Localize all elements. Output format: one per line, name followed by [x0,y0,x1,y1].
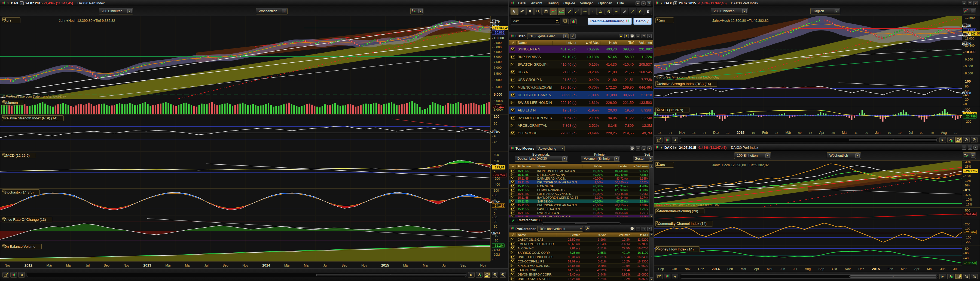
chart-style-button[interactable]: ▼ [963,152,976,159]
timeframe-dropdown[interactable]: Täglich▼ [810,8,840,14]
scroll-right-button[interactable]: ▶ [468,272,475,278]
column-header[interactable]: ▲ Volumen [629,164,649,168]
top-mover-row[interactable]: 15:11:55SAP SE O.N.+0,00%67,07 (c)2.196k [509,200,649,203]
column-header[interactable]: Hoch [600,41,618,45]
scroll-left-button[interactable]: ◀ [18,272,25,278]
instrument-symbol[interactable]: DAX [664,1,672,5]
top-mover-row[interactable]: 15:11:55DEUTSCHE POST AG NA O.N.+0,00%28… [509,203,649,207]
list-selector-dropdown[interactable]: B1_Eigene Aktien▼ [527,33,568,39]
mfi-chart[interactable] [654,246,962,265]
zigzag-tool[interactable] [613,8,620,15]
stochastic-axis[interactable]: 100806048,55234,186200 [490,188,508,216]
column-header[interactable]: Letzter [604,164,629,168]
chevron-down-icon[interactable]: ▼ [742,9,747,13]
row-chart-icon[interactable] [509,238,516,241]
time-scrollbar[interactable]: ≡ [680,138,938,142]
screener-row[interactable]: BARRICK GOLD CORP.7,25 (c)+2,55%42,1M16,… [509,251,649,255]
row-chart-icon[interactable] [509,131,516,135]
column-header[interactable]: Name [536,164,582,168]
menu-item-hilfe[interactable]: Hilfe [614,2,626,5]
close-button[interactable]: × [974,1,978,5]
row-chart-icon[interactable] [509,101,516,104]
screener-row[interactable]: KINDER MORGAN INC.34,85 (c)-0,29%12,9M17… [509,263,649,268]
demo-button[interactable]: Demoƒ [633,18,652,25]
menu-item-ansicht[interactable]: Ansicht [528,2,545,5]
mfi-axis[interactable]: 80604019,950 [962,246,980,265]
row-chart-icon[interactable] [509,55,516,59]
kurs-chart[interactable] [0,16,490,99]
watchlist-row[interactable]: GLENCORE220,05 (c)-3,49%229,25219,5549,7… [509,129,653,137]
kurs-pane[interactable]: 30%25%20,27%15%10%5%0%-5%-10%-15% Kurs J… [654,161,980,208]
instrument-chooser-arrow[interactable]: ▼ [660,2,663,5]
list-settings-button[interactable] [570,34,576,39]
zoom-out-button[interactable] [963,274,970,279]
time-scrollbar-thumb[interactable]: ≡ [849,275,937,278]
pattern-long-tool[interactable] [558,8,565,15]
units-dropdown[interactable]: 100 Einheiten▼ [734,152,771,159]
screener-row[interactable]: CABOT OIL & GAS26,50 (c)-3,99%10,3M11,92… [509,237,649,242]
roc-pane[interactable]: 3020100-3,9231-10-20 Price Rate Of Chang… [0,216,508,243]
row-chart-icon[interactable] [509,200,516,203]
sort-up-button[interactable] [624,34,629,38]
watchlist-row[interactable]: DEUTSCHE BANK A...30,660 (c)-1,00%31,090… [509,91,653,99]
row-chart-icon[interactable] [509,177,516,180]
minimize-button[interactable]: − [636,227,640,231]
row-chart-icon[interactable] [509,196,516,199]
instrument-chooser-arrow[interactable]: ▼ [660,146,663,149]
kurs-pane[interactable]: 12.27911.59111.347,4510.90210.86310.0009… [0,16,508,99]
row-chart-icon[interactable] [509,264,516,267]
watchlist-row[interactable]: ARCELORMITTAL7,863 (c)-2,52%8,1487,80912… [509,122,653,129]
top-mover-row[interactable]: 15:11:55LUFTHANSA AG VNA O.N.+0,00%12,74… [509,192,649,196]
close-button[interactable]: × [647,34,652,38]
chevron-down-icon[interactable]: ▼ [418,9,423,13]
trend-segment-tool[interactable] [629,8,636,15]
info-icon[interactable]: i [20,2,24,5]
vertical-scrollbar[interactable]: ▲ ▼ [649,164,653,219]
screener-row[interactable]: EATON CORP.61,15 (c)-2,92%7.004k18 [509,268,649,272]
new-list-button[interactable] [562,19,568,24]
row-chart-icon[interactable] [509,251,516,254]
column-header[interactable]: Volumen [608,233,632,236]
top-mover-row[interactable]: 15:11:55DT.TELEKOM AG NA+0,00%16,940 (c)… [509,173,649,177]
watchlist-row[interactable]: BNP PARIBAS57,10 (c)+0,18%57,4556,8011.7… [509,53,653,61]
export-chart-button[interactable] [656,274,662,279]
top-movers-header[interactable]: EinführungName% Var.Letzter▲ Volumen [509,164,649,169]
chevron-down-icon[interactable]: ▼ [282,9,286,13]
tools-settings-button[interactable] [621,8,628,15]
export-chart-button[interactable] [2,272,9,278]
row-chart-icon[interactable] [509,192,516,195]
header-settings-wrench-icon[interactable] [509,233,516,236]
horizontal-line-tool[interactable] [581,8,589,15]
exchange-dropdown[interactable]: Deutschland DAX30▼ [515,156,568,161]
units-dropdown[interactable]: 200 Einheiten▼ [711,8,748,14]
zoom-range-button[interactable] [955,137,962,143]
watchlist-row[interactable]: ABB LTD N19,61 (c)-1,95%20,0319,538.928k [509,107,653,114]
instrument-symbol[interactable]: DAX [11,1,18,5]
info-icon[interactable]: i [673,146,677,149]
regression-channel-tool[interactable] [605,8,612,15]
scroll-up-button[interactable]: ▲ [650,233,653,236]
minimize-button[interactable]: − [962,145,966,150]
top-mover-row[interactable]: 15:11:55RWE AG ST O.N.+0,00%19,165 (c)1.… [509,211,649,215]
screener-settings-button[interactable] [585,226,590,232]
row-chart-icon[interactable] [509,259,516,263]
volume-pane[interactable]: 3.000k2.000k1.544k1.000k Volumen [0,99,508,114]
cci-axis[interactable]: 20010021,764-100-200 [962,220,980,246]
chevron-down-icon[interactable]: ▼ [971,9,975,13]
row-chart-icon[interactable] [509,116,516,120]
vertical-scrollbar[interactable]: ▲ ≡ ▼ [649,233,653,281]
chart-style-button[interactable]: ▼ [410,8,423,14]
row-chart-icon[interactable] [509,184,516,188]
column-header[interactable]: ▲ % Var. [578,41,600,45]
column-header[interactable]: % Var. [581,233,608,236]
search-icon[interactable] [555,20,559,24]
volume-chart[interactable] [0,99,490,114]
since-dropdown[interactable]: Gestern▼ [633,156,653,161]
chart-type-button[interactable] [664,274,670,279]
row-chart-icon[interactable] [509,63,516,66]
row-chart-icon[interactable] [509,48,516,51]
info-icon[interactable]: i [673,2,677,5]
row-chart-icon[interactable] [509,93,516,97]
rsi-chart[interactable] [0,115,490,151]
watchlist-row[interactable]: BAY.MOTOREN WER...91,64 (c)-2,19%94,0591… [509,114,653,122]
